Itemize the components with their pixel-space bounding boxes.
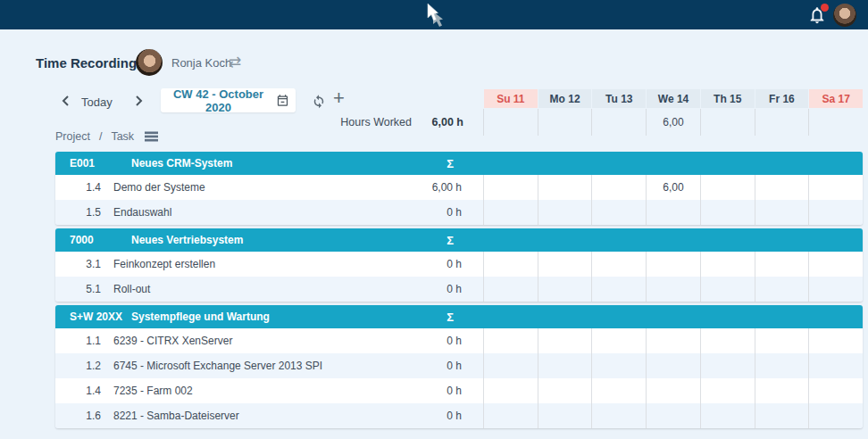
time-cell[interactable]: [538, 277, 592, 302]
task-row[interactable]: 1.1 6239 - CITRX XenServer 0 h: [55, 328, 863, 353]
time-cell[interactable]: [538, 403, 592, 428]
time-cell[interactable]: [755, 175, 809, 200]
time-cell[interactable]: [808, 403, 863, 428]
project-header-row[interactable]: E001 Neues CRM-System Σ: [55, 152, 863, 175]
time-cell[interactable]: [591, 175, 646, 200]
task-total-hours: 0 h: [417, 385, 483, 397]
time-cell[interactable]: 6,00: [646, 175, 700, 200]
time-cell[interactable]: [591, 353, 646, 378]
day-header-fr: Fr 16: [755, 89, 809, 108]
time-cell[interactable]: [700, 378, 755, 403]
time-cell[interactable]: [591, 252, 646, 277]
time-cell[interactable]: [700, 200, 755, 225]
time-cell[interactable]: [591, 403, 646, 428]
user-avatar[interactable]: [833, 4, 856, 27]
time-cell[interactable]: [591, 378, 646, 403]
time-cell[interactable]: [755, 353, 809, 378]
project-group: S+W 20XX Systempflege und Wartung Σ 1.1 …: [55, 305, 863, 428]
add-entry-button[interactable]: +: [333, 88, 345, 108]
time-cell[interactable]: [755, 252, 809, 277]
previous-week-chevron-icon[interactable]: [59, 94, 73, 108]
time-cell[interactable]: [755, 378, 809, 403]
time-cell[interactable]: [538, 175, 592, 200]
day-header-tu: Tu 13: [592, 89, 646, 108]
time-cell[interactable]: [700, 252, 755, 277]
time-cell[interactable]: [646, 252, 700, 277]
time-cell[interactable]: [646, 200, 700, 225]
task-row[interactable]: 1.4 7235 - Farm 002 0 h: [55, 378, 863, 403]
time-cell[interactable]: [538, 200, 592, 225]
time-cell[interactable]: [483, 200, 538, 225]
time-cell[interactable]: [646, 378, 700, 403]
time-cell[interactable]: [755, 328, 809, 353]
time-cell[interactable]: [483, 378, 538, 403]
time-cell[interactable]: [483, 175, 538, 200]
task-row[interactable]: 3.1 Feinkonzept erstellen 0 h: [55, 252, 863, 277]
time-cell[interactable]: [808, 175, 863, 200]
time-cell[interactable]: [646, 328, 700, 353]
task-total-hours: 0 h: [417, 283, 483, 295]
project-name: Neues CRM-System: [131, 157, 447, 170]
task-name: 7235 - Farm 002: [113, 385, 417, 397]
time-cell[interactable]: [755, 200, 809, 225]
employee-name: Ronja Koch: [171, 56, 231, 70]
time-cell[interactable]: [700, 403, 755, 428]
time-cell[interactable]: [538, 353, 592, 378]
time-cell[interactable]: [700, 353, 755, 378]
switch-user-icon[interactable]: ⇄: [229, 53, 241, 71]
time-cell[interactable]: [483, 252, 538, 277]
task-row[interactable]: 1.2 6745 - Microsoft Exchange Server 201…: [55, 353, 863, 378]
time-cell[interactable]: [808, 378, 863, 403]
project-label: Project: [55, 130, 90, 143]
task-name: Roll-out: [113, 283, 417, 295]
task-row[interactable]: 1.5 Endauswahl 0 h: [55, 200, 863, 225]
time-cell[interactable]: [700, 175, 755, 200]
task-row[interactable]: 1.6 8221 - Samba-Dateiserver 0 h: [55, 403, 863, 428]
time-cell[interactable]: [700, 328, 755, 353]
project-header-row[interactable]: 7000 Neues Vertriebsystem Σ: [55, 228, 863, 252]
task-label: Task: [111, 130, 134, 143]
project-header-row[interactable]: S+W 20XX Systempflege und Wartung Σ: [55, 305, 863, 328]
notifications-bell-icon[interactable]: [807, 5, 827, 25]
time-cell[interactable]: [646, 353, 700, 378]
task-number: 1.4: [55, 181, 101, 194]
employee-avatar[interactable]: [136, 49, 163, 76]
time-cell[interactable]: [538, 328, 592, 353]
task-total-hours: 6,00 h: [417, 181, 483, 194]
time-cell[interactable]: [538, 378, 592, 403]
task-name: 8221 - Samba-Dateiserver: [113, 410, 417, 422]
task-row[interactable]: 1.4 Demo der Systeme 6,00 h 6,00: [55, 175, 863, 200]
time-cell[interactable]: [755, 277, 809, 302]
task-row[interactable]: 5.1 Roll-out 0 h: [55, 277, 863, 302]
today-button[interactable]: Today: [81, 95, 113, 109]
time-cell[interactable]: [591, 328, 646, 353]
time-cell[interactable]: [483, 403, 538, 428]
next-week-chevron-icon[interactable]: [131, 94, 146, 108]
time-cell[interactable]: [591, 277, 646, 302]
list-view-icon[interactable]: [145, 131, 158, 142]
time-cell[interactable]: [483, 353, 538, 378]
refresh-icon[interactable]: [311, 93, 327, 109]
time-cell[interactable]: [755, 403, 809, 428]
time-cell[interactable]: [646, 277, 700, 302]
task-total-hours: 0 h: [417, 206, 483, 219]
sum-symbol: Σ: [447, 234, 483, 247]
time-cell[interactable]: [808, 252, 863, 277]
time-cell[interactable]: [483, 277, 538, 302]
time-cell[interactable]: [808, 277, 863, 302]
hours-worked-row: Hours Worked 6,00 h 6,00: [55, 109, 863, 136]
time-cell[interactable]: [646, 403, 700, 428]
time-cell[interactable]: [483, 328, 538, 353]
task-name: 6745 - Microsoft Exchange Server 2013 SP…: [113, 360, 417, 372]
time-cell[interactable]: [700, 277, 755, 302]
day-header-th: Th 15: [701, 89, 755, 108]
time-cell[interactable]: [808, 200, 863, 225]
time-cell[interactable]: [808, 353, 863, 378]
timesheet-table: E001 Neues CRM-System Σ 1.4 Demo der Sys…: [55, 152, 863, 432]
task-name: 6239 - CITRX XenServer: [113, 335, 417, 347]
day-total: [591, 109, 646, 136]
time-cell[interactable]: [538, 252, 592, 277]
time-cell[interactable]: [808, 328, 863, 353]
time-cell[interactable]: [591, 200, 646, 225]
mouse-cursor-icon: [421, 3, 447, 29]
